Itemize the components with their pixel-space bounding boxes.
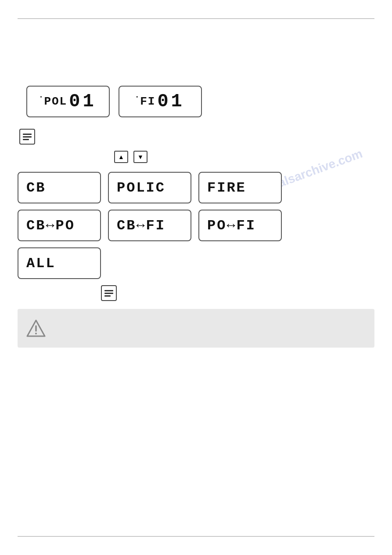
menu-line-1 bbox=[23, 134, 32, 135]
option-all[interactable]: ALL bbox=[18, 247, 101, 279]
page-content: • POL 01 • FI 01 bbox=[18, 24, 374, 531]
option-polic-text: POLIC bbox=[117, 180, 165, 196]
fi-display: • FI 01 bbox=[119, 86, 202, 117]
option-cb-po[interactable]: CB↔PO bbox=[18, 210, 101, 241]
option-cb-fi[interactable]: CB↔FI bbox=[108, 210, 191, 241]
option-cb-fi-text: CB↔FI bbox=[117, 218, 165, 234]
warning-icon bbox=[26, 319, 46, 338]
warning-box bbox=[18, 309, 374, 348]
bottom-divider bbox=[18, 536, 374, 537]
bottom-menu-row bbox=[101, 285, 374, 301]
option-fire-text: FIRE bbox=[207, 180, 246, 196]
option-po-fi-text: PO↔FI bbox=[207, 218, 256, 234]
bottom-menu-line-1 bbox=[104, 290, 113, 291]
options-row-2: CB↔PO CB↔FI PO↔FI bbox=[18, 210, 374, 241]
option-all-text: ALL bbox=[26, 255, 56, 272]
menu-line-3 bbox=[23, 139, 29, 140]
arrow-buttons-row: ▲ ▼ bbox=[114, 151, 374, 163]
menu-line-2 bbox=[23, 136, 32, 138]
pol-value: 01 bbox=[69, 91, 96, 112]
lcd-displays-row: • POL 01 • FI 01 bbox=[26, 86, 374, 117]
fi-value: 01 bbox=[157, 91, 184, 112]
menu-button[interactable] bbox=[19, 129, 35, 145]
pol-display: • POL 01 bbox=[26, 86, 110, 117]
option-po-fi[interactable]: PO↔FI bbox=[198, 210, 282, 241]
bottom-menu-line-3 bbox=[104, 295, 111, 297]
arrow-up-button[interactable]: ▲ bbox=[114, 151, 128, 163]
options-section: CB POLIC FIRE CB↔PO CB↔FI PO↔FI ALL bbox=[18, 172, 374, 279]
bottom-menu-button[interactable] bbox=[101, 285, 117, 301]
option-cb[interactable]: CB bbox=[18, 172, 101, 203]
option-cb-po-text: CB↔PO bbox=[26, 218, 75, 234]
menu-icon bbox=[23, 134, 32, 140]
option-polic[interactable]: POLIC bbox=[108, 172, 191, 203]
bottom-menu-line-2 bbox=[104, 293, 113, 294]
top-divider bbox=[18, 18, 374, 19]
options-row-1: CB POLIC FIRE bbox=[18, 172, 374, 203]
bottom-menu-icon bbox=[104, 290, 113, 297]
options-row-3: ALL bbox=[18, 247, 374, 279]
arrow-down-button[interactable]: ▼ bbox=[133, 151, 147, 163]
arrow-up-icon: ▲ bbox=[118, 153, 124, 160]
option-fire[interactable]: FIRE bbox=[198, 172, 282, 203]
menu-icon-row bbox=[19, 129, 374, 145]
svg-point-2 bbox=[35, 333, 37, 334]
option-cb-text: CB bbox=[26, 180, 46, 196]
arrow-down-icon: ▼ bbox=[137, 153, 144, 160]
pol-label: POL bbox=[40, 95, 67, 108]
